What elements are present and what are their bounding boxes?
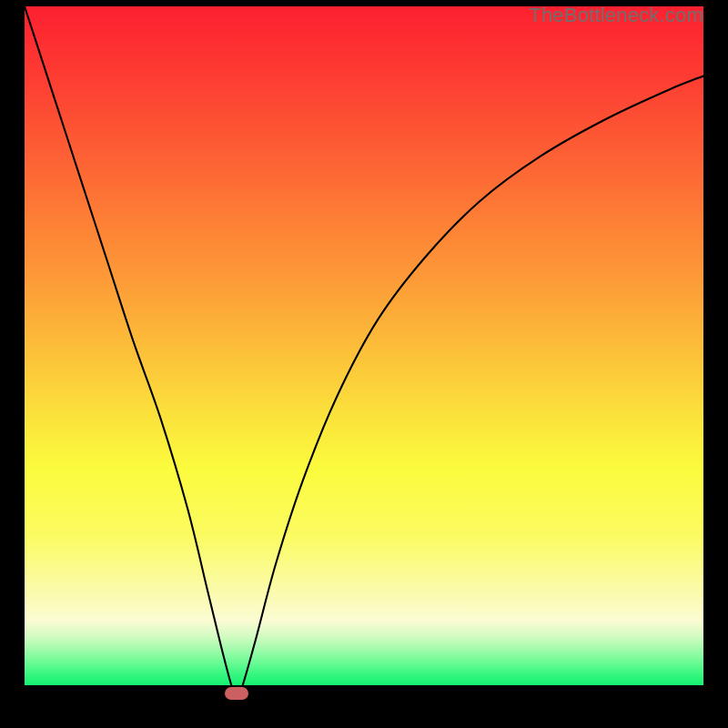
minimum-marker — [225, 687, 248, 700]
plot-area — [25, 6, 703, 703]
watermark-label: TheBottleneck.com — [529, 4, 703, 27]
chart-frame: TheBottleneck.com — [0, 0, 728, 728]
bottleneck-curve — [25, 6, 703, 703]
